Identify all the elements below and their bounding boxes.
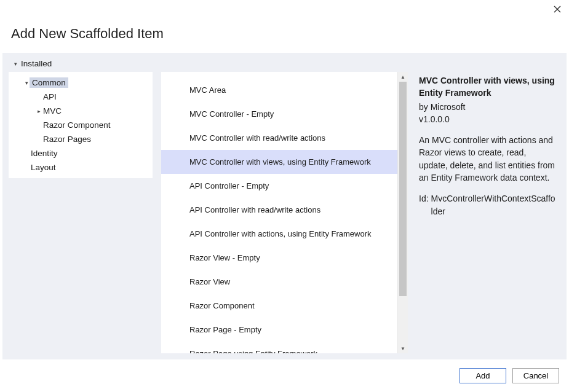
template-item[interactable]: API Controller with read/write actions	[161, 198, 397, 222]
category-tree: ▾CommonAPI▸MVCRazor ComponentRazor Pages…	[9, 72, 153, 178]
scroll-track[interactable]	[398, 82, 408, 343]
scrollbar[interactable]: ▲ ▼	[397, 72, 408, 353]
tree-root-label: Installed	[21, 59, 52, 68]
close-button[interactable]	[552, 4, 563, 15]
columns: ▾CommonAPI▸MVCRazor ComponentRazor Pages…	[9, 72, 560, 353]
template-list: MVC AreaMVC Controller - EmptyMVC Contro…	[161, 72, 397, 353]
tree-item-label: Common	[30, 77, 68, 88]
close-icon	[554, 6, 561, 13]
details-title: MVC Controller with views, using Entity …	[419, 74, 557, 100]
titlebar	[0, 0, 569, 17]
tree-item-label: Layout	[30, 162, 57, 173]
add-button[interactable]: Add	[460, 368, 506, 383]
template-item[interactable]: Razor Page - Empty	[161, 318, 397, 342]
scroll-up-icon[interactable]: ▲	[398, 72, 408, 82]
details-author: by Microsoft	[419, 101, 557, 113]
template-item[interactable]: MVC Area	[161, 78, 397, 102]
details-id-value: MvcControllerWithContextScaffolder	[431, 192, 557, 218]
template-item[interactable]: Razor View	[161, 270, 397, 294]
template-item[interactable]: MVC Controller - Empty	[161, 102, 397, 126]
template-item[interactable]: API Controller - Empty	[161, 174, 397, 198]
chevron-right-icon: ▸	[36, 108, 42, 114]
cancel-button[interactable]: Cancel	[512, 368, 559, 383]
details-id-label: Id:	[419, 192, 429, 218]
tree-item-label: Razor Pages	[42, 134, 92, 144]
dialog-header: Add New Scaffolded Item	[0, 17, 569, 53]
details-id-row: Id: MvcControllerWithContextScaffolder	[419, 192, 557, 218]
tree-item-label: API	[42, 92, 58, 102]
details-panel: MVC Controller with views, using Entity …	[416, 72, 560, 353]
scroll-down-icon[interactable]: ▼	[398, 343, 408, 353]
tree-item[interactable]: API	[9, 90, 153, 104]
template-item[interactable]: MVC Controller with views, using Entity …	[161, 150, 397, 174]
main-region: ▾ Installed ▾CommonAPI▸MVCRazor Componen…	[2, 53, 567, 359]
tree-item[interactable]: ▸MVC	[9, 104, 153, 118]
template-list-panel: MVC AreaMVC Controller - EmptyMVC Contro…	[161, 72, 408, 353]
tree-item[interactable]: ▾Common	[9, 76, 153, 90]
dialog-title: Add New Scaffolded Item	[11, 26, 558, 42]
tree-item-label: MVC	[42, 106, 63, 116]
details-version: v1.0.0.0	[419, 113, 557, 125]
template-item[interactable]: MVC Controller with read/write actions	[161, 126, 397, 150]
template-item[interactable]: Razor Page using Entity Framework	[161, 342, 397, 353]
tree-item[interactable]: Razor Pages	[9, 132, 153, 146]
tree-item[interactable]: Layout	[9, 160, 153, 174]
template-item[interactable]: Razor View - Empty	[161, 246, 397, 270]
dialog-footer: Add Cancel	[0, 359, 569, 392]
tree-item[interactable]: Razor Component	[9, 118, 153, 132]
tree-item-label: Razor Component	[42, 120, 112, 130]
tree-item[interactable]: Identity	[9, 146, 153, 160]
template-item[interactable]: Razor Component	[161, 294, 397, 318]
scroll-thumb[interactable]	[399, 82, 407, 296]
template-item[interactable]: API Controller with actions, using Entit…	[161, 222, 397, 246]
details-description: An MVC controller with actions and Razor…	[419, 134, 557, 184]
tree-item-label: Identity	[30, 148, 59, 159]
chevron-down-icon: ▾	[12, 61, 18, 67]
chevron-down-icon: ▾	[23, 80, 30, 86]
tree-root[interactable]: ▾ Installed	[9, 58, 560, 72]
